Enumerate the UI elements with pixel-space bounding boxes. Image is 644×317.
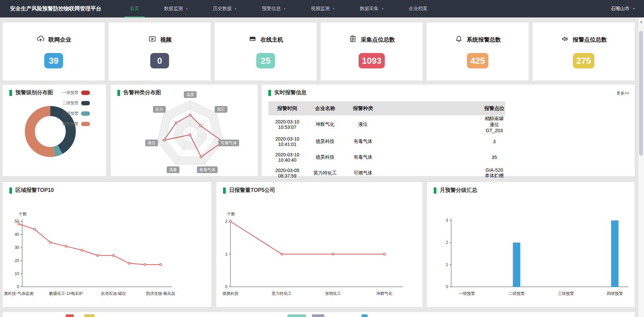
svg-text:昊科技-气体监测: 昊科技-气体监测 [4, 291, 34, 296]
app-title: 安全生产风险预警防控物联网管理平台 [10, 5, 101, 12]
clipped-element [362, 314, 368, 317]
svg-text:二级预警: 二级预警 [508, 291, 525, 296]
radar-axis-label: 有毒气体 [197, 166, 218, 173]
svg-text:个数: 个数 [227, 212, 235, 216]
radar-chart [111, 85, 258, 176]
svg-text:0: 0 [225, 284, 227, 289]
clipped-element [312, 314, 324, 317]
table-row[interactable]: 2020-03-05 08:37:59英力特化工可燃气体GIA-520单体贮槽 [268, 165, 505, 181]
scroll-up-arrow-icon[interactable]: ∧ [638, 17, 644, 26]
svg-text:一级预警: 一级预警 [459, 291, 475, 296]
table-cell: 英力特化工 [306, 165, 344, 181]
realtime-alarm-panel: 实时报警信息 更多>> 报警时间企业名称报警种类报警点位 2020-03-10 … [262, 85, 635, 176]
table-row[interactable]: 2020-03-10 10:40:40德昊科技有毒气体35 [268, 149, 505, 165]
more-link[interactable]: 更多>> [616, 91, 629, 96]
stat-card-online-hosts: 在线主机25 [215, 22, 317, 81]
region-selector[interactable]: 石嘴山市 ▼ [611, 6, 635, 12]
svg-text:坤辉气化: 坤辉气化 [376, 291, 392, 296]
svg-text:3: 3 [446, 218, 448, 223]
monitor-icon [248, 35, 257, 45]
svg-text:10: 10 [15, 271, 19, 276]
page-scrollbar[interactable]: ∧ [638, 17, 644, 317]
radar-axis-label: 可燃气体 [218, 140, 239, 146]
pie-legend: 一级预警二级预警三级预警四级预警 [62, 90, 90, 127]
table-row[interactable]: 2020-03-10 10:53:07坤辉气化液位精醇南罐液位GT_203 [268, 115, 505, 134]
cloud-upload-icon [36, 35, 45, 45]
table-cell: 液位 [344, 115, 382, 134]
clipped-element [84, 314, 95, 317]
table-cell: 3 [382, 134, 505, 149]
stat-card-header: 联网企业 [36, 35, 71, 45]
stat-value-badge: 25 [256, 53, 275, 68]
nav-item-label: 历史数据 [213, 6, 232, 12]
clipboard-icon [348, 35, 357, 45]
region-top10-line-chart: 01020304050个数昊科技-气体监测鹏盛化工-1#电石炉永润石油-罐区荆洪… [3, 182, 211, 307]
table-cell: 德昊科技 [306, 134, 344, 149]
table-cell: 精醇南罐液位GT_203 [382, 115, 505, 134]
top-nav: 安全生产风险预警防控物联网管理平台 首页数据监测▼历史数据▼预警信息▼视频监测▼… [0, 0, 644, 17]
nav-item-warning-info[interactable]: 预警信息▼ [257, 0, 291, 17]
svg-text:0: 0 [17, 284, 19, 289]
nav-item-video-monitor[interactable]: 视频监测▼ [306, 0, 340, 17]
scrollbar-thumb[interactable] [639, 31, 643, 156]
legend-swatch [81, 101, 90, 105]
nav-item-enterprise-archive[interactable]: 企业档案 [404, 0, 433, 17]
table-cell: 2020-03-10 10:53:07 [268, 115, 306, 134]
stat-card-system-alarms: 系统报警总数425 [427, 22, 529, 81]
legend-item-2[interactable]: 二级预警 [62, 100, 90, 106]
stat-label: 系统报警总数 [467, 36, 501, 44]
table-cell: 2020-03-10 10:40:40 [268, 149, 306, 165]
nav-item-label: 数据监测 [164, 6, 183, 12]
panel-title: 月预警分级汇总 [434, 187, 477, 194]
table-cell: 有毒气体 [344, 149, 382, 165]
legend-item-3[interactable]: 三级预警 [62, 111, 90, 116]
nav-item-home[interactable]: 首页 [124, 0, 145, 17]
title-marker [268, 90, 271, 96]
stat-card-header: 视频 [148, 35, 172, 45]
table-row[interactable]: 2020-03-10 10:41:01德昊科技有毒气体3 [268, 134, 505, 149]
middle-row: 预警级别分布图 一级预警二级预警三级预警四级预警 告警种类分布图 温度其它可燃气… [3, 85, 635, 176]
column-header: 报警种类 [344, 101, 382, 115]
legend-label: 二级预警 [62, 100, 78, 106]
title-marker [434, 188, 436, 194]
legend-label: 三级预警 [62, 111, 78, 116]
column-header: 报警点位 [382, 101, 505, 115]
column-header: 报警时间 [268, 101, 306, 115]
svg-text:2: 2 [446, 240, 448, 245]
title-marker [9, 90, 12, 96]
nav-item-data-collect[interactable]: 数据采集▼ [355, 0, 389, 17]
stat-value-badge: 39 [44, 53, 63, 68]
table-cell: 有毒气体 [344, 134, 382, 149]
svg-text:1: 1 [446, 262, 448, 267]
column-header: 企业名称 [306, 101, 344, 115]
svg-text:四级预警: 四级预警 [607, 291, 623, 296]
donut-chart [3, 85, 106, 176]
nav-item-label: 视频监测 [311, 6, 330, 12]
svg-text:鹏盛化工-1#电石炉: 鹏盛化工-1#电石炉 [49, 291, 83, 296]
chevron-down-icon: ▼ [283, 7, 286, 10]
stat-value-badge: 1093 [359, 53, 385, 68]
alarm-type-radar-panel: 告警种类分布图 温度其它可燃气体有毒气体流量液位压力 [111, 85, 258, 176]
nav-item-data-monitor[interactable]: 数据监测▼ [159, 0, 194, 17]
stat-card-header: 报警点位总数 [560, 35, 607, 45]
table-cell: 2020-03-10 10:41:01 [268, 134, 306, 149]
region-top10-panel: 区域报警TOP10 01020304050个数昊科技-气体监测鹏盛化工-1#电石… [3, 182, 211, 307]
bottom-row: 区域报警TOP10 01020304050个数昊科技-气体监测鹏盛化工-1#电石… [3, 182, 635, 307]
stat-value-badge: 0 [150, 53, 169, 68]
svg-text:1: 1 [225, 252, 227, 257]
table-cell: 坤辉气化 [306, 115, 344, 134]
stat-label: 报警点位总数 [573, 36, 607, 44]
table-cell: 德昊科技 [306, 149, 344, 165]
radar-axis-label: 液位 [145, 140, 158, 146]
nav-item-history-data[interactable]: 历史数据▼ [208, 0, 243, 17]
title-marker [9, 188, 12, 194]
panel-title: 日报警量TOP5公司 [223, 187, 275, 194]
video-icon [148, 35, 157, 45]
region-label: 石嘴山市 [611, 6, 630, 12]
stat-label: 视频 [160, 36, 172, 44]
main-content: 联网企业39视频0在线主机25采集点位总数1093系统报警总数425报警点位总数… [3, 17, 635, 317]
legend-item-1[interactable]: 一级预警 [62, 90, 90, 96]
nav-item-label: 首页 [130, 6, 139, 12]
legend-item-4[interactable]: 四级预警 [62, 121, 90, 127]
svg-text:永润石油-罐区: 永润石油-罐区 [101, 291, 126, 296]
